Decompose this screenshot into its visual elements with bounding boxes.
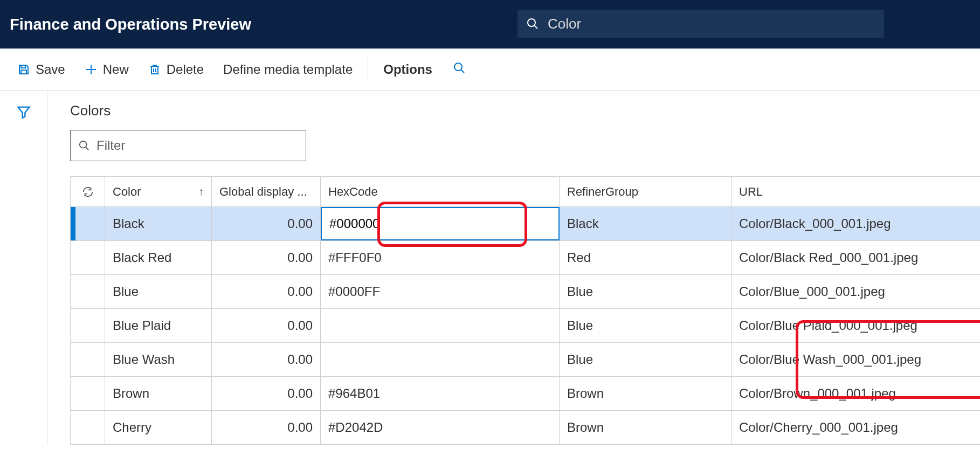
table-row[interactable]: Blue Plaid0.00BlueColor/Blue Plaid_000_0… xyxy=(71,309,980,343)
cell-refinergroup[interactable]: Blue xyxy=(560,343,731,376)
global-search[interactable]: Color xyxy=(517,10,884,38)
svg-line-1 xyxy=(535,26,538,29)
filter-icon xyxy=(16,105,31,120)
cell-hexcode[interactable]: #FFF0F0 xyxy=(321,241,560,274)
row-selector-cell[interactable] xyxy=(71,377,105,410)
cell-color[interactable]: Black Red xyxy=(105,241,212,274)
options-label: Options xyxy=(383,62,432,77)
cell-global-display[interactable]: 0.00 xyxy=(212,343,321,376)
search-icon xyxy=(526,17,539,30)
delete-button[interactable]: Delete xyxy=(139,58,213,81)
svg-line-11 xyxy=(86,147,88,150)
table-row[interactable]: Black0.00BlackColor/Black_000_001.jpeg xyxy=(71,207,980,241)
cell-global-display[interactable]: 0.00 xyxy=(212,377,321,410)
sort-ascending-icon: ↑ xyxy=(198,185,204,198)
cell-hexcode[interactable]: #964B01 xyxy=(321,377,560,410)
cell-hexcode[interactable] xyxy=(321,343,560,376)
refresh-column-button[interactable] xyxy=(71,177,105,206)
grid-filter-input[interactable]: Filter xyxy=(70,130,306,161)
cell-url[interactable]: Color/Black_000_001.jpeg xyxy=(731,207,980,240)
column-header-hexcode[interactable]: HexCode xyxy=(321,177,560,206)
row-selector-cell[interactable] xyxy=(71,411,105,444)
column-header-color[interactable]: Color ↑ xyxy=(105,177,212,206)
toolbar-separator xyxy=(368,57,368,82)
cell-url[interactable]: Color/Brown_000_001.jpeg xyxy=(731,377,980,410)
cell-color[interactable]: Cherry xyxy=(105,411,212,444)
define-media-label: Define media template xyxy=(223,62,353,77)
save-icon xyxy=(17,63,30,76)
table-row[interactable]: Cherry0.00#D2042DBrownColor/Cherry_000_0… xyxy=(71,411,980,445)
refresh-icon xyxy=(82,186,94,198)
grid-header: Color ↑ Global display ... HexCode Refin… xyxy=(71,177,980,207)
cell-url[interactable]: Color/Black Red_000_001.jpeg xyxy=(731,241,980,274)
delete-label: Delete xyxy=(167,62,204,77)
cell-color[interactable]: Black xyxy=(105,207,212,240)
cell-color[interactable]: Blue Wash xyxy=(105,343,212,376)
global-search-value: Color xyxy=(548,16,581,32)
row-selector-cell[interactable] xyxy=(71,275,105,308)
cell-hexcode[interactable] xyxy=(321,309,560,342)
search-icon xyxy=(453,61,466,74)
define-media-template-button[interactable]: Define media template xyxy=(213,58,362,81)
cell-global-display[interactable]: 0.00 xyxy=(212,241,321,274)
cell-refinergroup[interactable]: Red xyxy=(560,241,731,274)
left-rail xyxy=(0,91,47,445)
cell-global-display[interactable]: 0.00 xyxy=(212,309,321,342)
action-toolbar: Save New Delete Define media template Op… xyxy=(0,49,980,91)
table-row[interactable]: Blue Wash0.00BlueColor/Blue Wash_000_001… xyxy=(71,343,980,377)
cell-hexcode[interactable]: #0000FF xyxy=(321,275,560,308)
svg-point-10 xyxy=(80,141,87,148)
filter-pane-button[interactable] xyxy=(16,105,31,445)
svg-point-8 xyxy=(454,63,462,71)
cell-refinergroup[interactable]: Brown xyxy=(560,411,731,444)
cell-refinergroup[interactable]: Blue xyxy=(560,309,731,342)
cell-global-display[interactable]: 0.00 xyxy=(212,411,321,444)
options-button[interactable]: Options xyxy=(374,58,442,81)
cell-refinergroup[interactable]: Brown xyxy=(560,377,731,410)
section-title: Colors xyxy=(70,102,980,119)
search-icon xyxy=(78,140,90,151)
save-button[interactable]: Save xyxy=(8,58,75,81)
svg-rect-3 xyxy=(21,70,26,74)
filter-placeholder: Filter xyxy=(96,138,125,153)
app-title: Finance and Operations Preview xyxy=(10,16,251,33)
row-selector-cell[interactable] xyxy=(71,207,105,240)
svg-line-9 xyxy=(461,70,464,73)
cell-global-display[interactable]: 0.00 xyxy=(212,207,321,240)
colors-grid: Color ↑ Global display ... HexCode Refin… xyxy=(70,176,980,445)
cell-hexcode[interactable]: #D2042D xyxy=(321,411,560,444)
table-row[interactable]: Brown0.00#964B01BrownColor/Brown_000_001… xyxy=(71,377,980,411)
column-header-url[interactable]: URL xyxy=(731,177,980,206)
cell-color[interactable]: Brown xyxy=(105,377,212,410)
cell-color[interactable]: Blue Plaid xyxy=(105,309,212,342)
row-selector-cell[interactable] xyxy=(71,343,105,376)
column-header-refinergroup[interactable]: RefinerGroup xyxy=(560,177,731,206)
svg-rect-2 xyxy=(21,65,25,68)
trash-icon xyxy=(148,63,161,76)
app-header: Finance and Operations Preview Color xyxy=(0,0,980,49)
table-row[interactable]: Black Red0.00#FFF0F0RedColor/Black Red_0… xyxy=(71,241,980,275)
column-header-global-display[interactable]: Global display ... xyxy=(212,177,321,206)
cell-url[interactable]: Color/Blue Wash_000_001.jpeg xyxy=(731,343,980,376)
new-button[interactable]: New xyxy=(75,58,139,81)
row-selector-cell[interactable] xyxy=(71,241,105,274)
new-label: New xyxy=(103,62,129,77)
table-row[interactable]: Blue0.00#0000FFBlueColor/Blue_000_001.jp… xyxy=(71,275,980,309)
toolbar-search-button[interactable] xyxy=(453,61,466,77)
svg-point-0 xyxy=(528,19,535,26)
cell-refinergroup[interactable]: Black xyxy=(560,207,731,240)
cell-hexcode[interactable] xyxy=(321,207,560,240)
row-selector-cell[interactable] xyxy=(71,309,105,342)
plus-icon xyxy=(85,63,98,76)
cell-color[interactable]: Blue xyxy=(105,275,212,308)
save-label: Save xyxy=(36,62,65,77)
main-content: Colors Filter Color ↑ Global display ...… xyxy=(47,91,980,445)
hexcode-input[interactable] xyxy=(322,208,558,239)
cell-url[interactable]: Color/Blue_000_001.jpeg xyxy=(731,275,980,308)
cell-global-display[interactable]: 0.00 xyxy=(212,275,321,308)
cell-url[interactable]: Color/Blue Plaid_000_001.jpeg xyxy=(731,309,980,342)
cell-refinergroup[interactable]: Blue xyxy=(560,275,731,308)
cell-url[interactable]: Color/Cherry_000_001.jpeg xyxy=(731,411,980,444)
column-header-color-label: Color xyxy=(113,185,141,199)
